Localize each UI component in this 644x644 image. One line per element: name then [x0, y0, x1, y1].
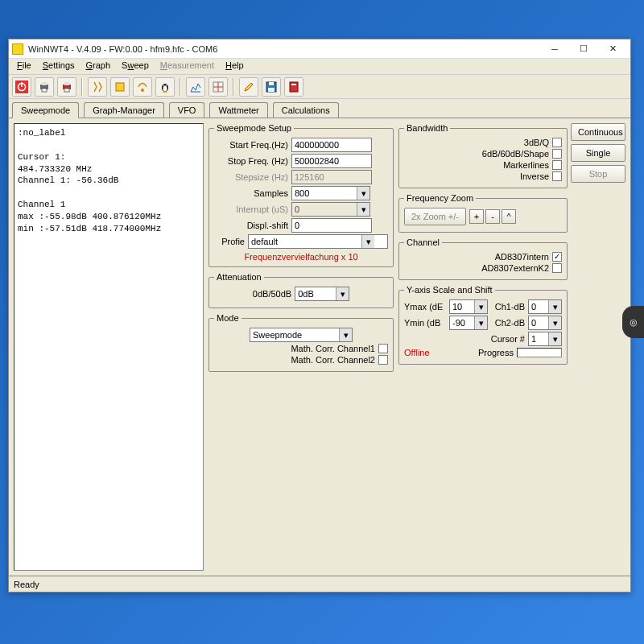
samples-select[interactable]: ▾ [291, 186, 370, 200]
ymin-label: Ymin (dB [404, 318, 446, 328]
attenuation-label: 0dB/50dB [253, 289, 291, 299]
tool-icon-2[interactable] [110, 77, 130, 97]
start-freq-input[interactable] [291, 138, 372, 152]
menu-measurement[interactable]: Measurement [155, 59, 219, 74]
frequency-zoom-group: Frequency Zoom 2x Zoom +/- + - ^ [398, 193, 568, 233]
side-badge-icon[interactable]: ◎ [622, 306, 644, 338]
continuous-button[interactable]: Continuous [571, 123, 625, 141]
svg-rect-19 [290, 82, 298, 92]
calc-icon[interactable] [284, 77, 303, 97]
status-text: Ready [14, 580, 39, 589]
channel-intern-label: AD8307intern [495, 252, 549, 262]
tab-vfo[interactable]: VFO [169, 102, 205, 118]
channel-intern-checkbox[interactable]: ✓ [552, 252, 562, 262]
math-corr-ch1-checkbox[interactable] [378, 344, 388, 353]
offline-status: Offline [404, 348, 430, 357]
chevron-down-icon[interactable]: ▾ [361, 235, 374, 248]
channel-legend: Channel [404, 237, 442, 247]
chevron-down-icon[interactable]: ▾ [548, 332, 561, 345]
menu-settings[interactable]: Settings [38, 59, 80, 74]
tool-icon-1[interactable] [88, 77, 107, 97]
profile-label: Profie [214, 237, 245, 246]
math-corr-ch2-label: Math. Corr. Channel2 [291, 355, 375, 365]
minimize-button[interactable]: ─ [540, 41, 569, 57]
displ-shift-input[interactable] [291, 218, 372, 233]
zoom-caret-button[interactable]: ^ [502, 209, 516, 224]
ymax-label: Ymax (dE [404, 302, 446, 312]
content-area: :no_label Cursor 1: 484.733320 MHz Chann… [9, 118, 630, 576]
penguin-icon[interactable] [155, 77, 175, 97]
close-button[interactable]: ✕ [598, 41, 627, 57]
ymin-select[interactable]: ▾ [449, 316, 488, 330]
menu-file[interactable]: File [12, 59, 36, 74]
svg-point-13 [163, 85, 165, 86]
zoom-minus-button[interactable]: - [485, 209, 500, 224]
ch1db-label: Ch1-dB [491, 302, 525, 312]
bw-inverse-checkbox[interactable] [552, 171, 562, 181]
menu-help[interactable]: Help [221, 59, 249, 74]
channel-extern-checkbox[interactable] [552, 263, 562, 273]
cursor-num-select[interactable]: ▾ [528, 332, 562, 346]
tab-wattmeter[interactable]: Wattmeter [209, 102, 267, 118]
ch2db-select[interactable]: ▾ [528, 316, 562, 330]
start-freq-label: Start Freq.(Hz) [214, 140, 288, 150]
save-icon[interactable] [262, 77, 281, 97]
title-bar: WinNWT4 - V.4.09 - FW:0.00 - hfm9.hfc - … [9, 39, 630, 59]
attenuation-legend: Attenuation [214, 272, 264, 282]
graph-icon-1[interactable] [186, 77, 205, 97]
chevron-down-icon[interactable]: ▾ [357, 187, 369, 200]
stop-freq-input[interactable] [291, 154, 372, 168]
zoom-plus-button[interactable]: + [469, 209, 484, 224]
graph-icon-2[interactable] [208, 77, 228, 97]
svg-rect-8 [64, 89, 69, 92]
zoom-2x-button: 2x Zoom +/- [404, 208, 466, 225]
stepsize-label: Stepsize (Hz) [214, 172, 288, 182]
bw-shape-checkbox[interactable] [552, 149, 562, 159]
attenuation-select[interactable]: ▾ [295, 287, 349, 301]
app-icon [12, 43, 23, 55]
bandwidth-group: Bandwidth 3dB/Q 6dB/60dB/Shape Markerlin… [398, 123, 568, 188]
stop-button: Stop [571, 165, 625, 183]
chevron-down-icon[interactable]: ▾ [548, 316, 561, 329]
progress-bar [517, 348, 562, 357]
mode-group: Mode ▾ Math. Corr. Channel1 Math. Corr. … [208, 313, 394, 372]
chevron-down-icon[interactable]: ▾ [336, 287, 349, 300]
tab-graph-manager[interactable]: Graph-Manager [84, 102, 164, 118]
ymax-select[interactable]: ▾ [449, 299, 488, 314]
maximize-button[interactable]: ☐ [569, 41, 598, 57]
attenuation-group: Attenuation 0dB/50dB ▾ [208, 272, 394, 308]
chevron-down-icon[interactable]: ▾ [339, 328, 352, 341]
chevron-down-icon[interactable]: ▾ [548, 300, 561, 313]
math-corr-ch2-checkbox[interactable] [378, 355, 388, 365]
stepsize-input [291, 170, 372, 184]
print-icon[interactable] [35, 77, 54, 97]
yaxis-legend: Y-axis Scale and Shift [404, 285, 495, 295]
profile-select[interactable]: ▾ [248, 234, 388, 249]
tab-sweepmode[interactable]: Sweepmode [12, 102, 79, 118]
displ-shift-label: Displ.-shift [214, 221, 288, 230]
stop-freq-label: Stop Freq. (Hz) [214, 156, 288, 166]
bw-3db-checkbox[interactable] [552, 138, 562, 147]
menu-graph[interactable]: Graph [81, 59, 116, 74]
single-button[interactable]: Single [571, 144, 625, 162]
bw-markerlines-checkbox[interactable] [552, 160, 562, 170]
freq-mult-note: Frequenzvervielfachung x 10 [214, 252, 388, 262]
tool-icon-3[interactable] [133, 77, 152, 97]
svg-rect-4 [42, 82, 47, 85]
ch2db-label: Ch2-dB [491, 318, 525, 328]
power-icon[interactable] [12, 77, 31, 97]
ch1db-select[interactable]: ▾ [528, 299, 562, 314]
svg-rect-7 [64, 82, 69, 85]
sweepmode-setup-group: Sweepmode Setup Start Freq.(Hz) Stop Fre… [208, 123, 394, 267]
math-corr-ch1-label: Math. Corr. Channel1 [291, 344, 375, 353]
chevron-down-icon[interactable]: ▾ [474, 300, 487, 313]
print-color-icon[interactable] [57, 77, 76, 97]
mode-select[interactable]: ▾ [250, 328, 353, 342]
edit-icon[interactable] [239, 77, 258, 97]
status-bar: Ready [9, 576, 630, 592]
yaxis-group: Y-axis Scale and Shift Ymax (dE ▾ Ch1-dB… [398, 285, 568, 365]
menu-sweep[interactable]: Sweep [117, 59, 154, 74]
tab-calculations[interactable]: Calculations [273, 102, 339, 118]
chevron-down-icon[interactable]: ▾ [474, 316, 487, 329]
info-textbox[interactable]: :no_label Cursor 1: 484.733320 MHz Chann… [14, 123, 204, 571]
